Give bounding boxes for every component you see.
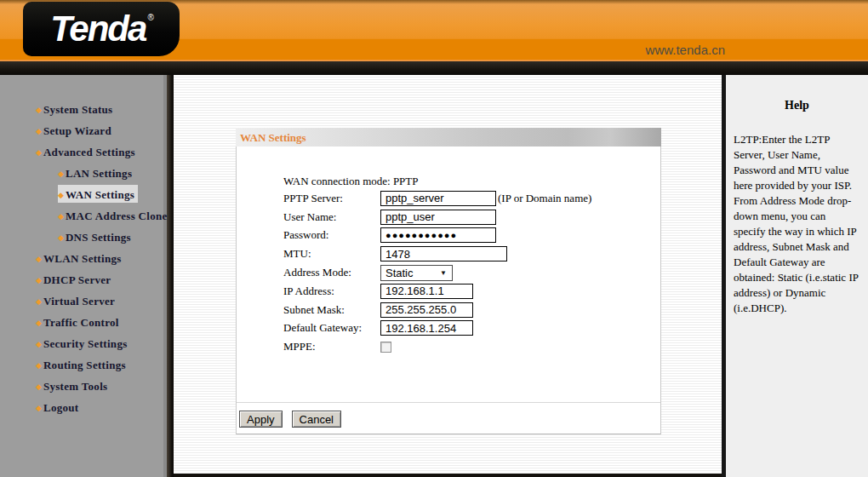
password-label: Password:: [283, 228, 380, 242]
sidebar-item-label: Routing Settings: [43, 359, 126, 371]
pptp-server-input[interactable]: [380, 191, 496, 206]
mtu-label: MTU:: [283, 247, 380, 261]
diamond-bullet-icon: ◆: [36, 404, 42, 412]
sidebar-item-routing-settings[interactable]: ◆Routing Settings: [0, 353, 163, 375]
pptp-server-note: (IP or Domain name): [498, 192, 591, 205]
sidebar-item-label: Advanced Settings: [43, 146, 135, 158]
sidebar-item-logout[interactable]: ◆Logout: [0, 396, 163, 417]
password-input[interactable]: [380, 227, 496, 243]
form-row-password: Password:: [237, 227, 660, 245]
page-body: ◆System Status◆Setup Wizard◆Advanced Set…: [0, 75, 868, 477]
diamond-bullet-icon: ◆: [58, 233, 64, 242]
sidebar-item-virtual-server[interactable]: ◆Virtual Server: [0, 290, 163, 311]
wan-settings-title-bar: WAN Settings: [236, 128, 661, 147]
sidebar-item-wan-settings[interactable]: ◆WAN Settings: [0, 183, 163, 204]
ip-address-label: IP Address:: [283, 284, 380, 298]
sidebar-item-dns-settings[interactable]: ◆DNS Settings: [0, 226, 163, 247]
subnet-mask-input[interactable]: [380, 302, 473, 318]
diamond-bullet-icon: ◆: [36, 319, 42, 327]
tenda-logo: Tenda®: [23, 2, 180, 56]
cancel-button[interactable]: Cancel: [292, 411, 341, 428]
address-mode-label: Address Mode:: [283, 266, 380, 279]
sidebar-item-label: Logout: [43, 401, 79, 414]
header-divider-bar: [0, 61, 868, 75]
wan-connection-mode-row: WAN connection mode: PPTP: [283, 172, 419, 191]
diamond-bullet-icon: ◆: [36, 382, 42, 391]
address-mode-select[interactable]: Static▼: [380, 265, 453, 281]
ip-address-input[interactable]: [380, 284, 473, 299]
sidebar-item-label: LAN Settings: [66, 167, 132, 180]
wan-connection-mode-label: WAN connection mode:: [283, 175, 391, 187]
subnet-mask-label: Subnet Mask:: [283, 303, 380, 317]
help-title: Help: [734, 99, 860, 112]
sidebar-item-label: Setup Wizard: [43, 124, 111, 137]
form-rows: PPTP Server:(IP or Domain name)User Name…: [237, 189, 660, 356]
form-row-default-gateway: Default Gateway:: [237, 319, 660, 338]
form-row-pptp-server: PPTP Server:(IP or Domain name): [237, 189, 660, 208]
button-separator: [237, 402, 660, 403]
diamond-bullet-icon: ◆: [58, 212, 64, 221]
main-bottom-bar: [174, 474, 722, 477]
sidebar-item-label: System Status: [43, 103, 113, 116]
diamond-bullet-icon: ◆: [36, 127, 42, 135]
form-row-mppe: MPPE:: [237, 337, 660, 356]
sidebar-item-setup-wizard[interactable]: ◆Setup Wizard: [0, 119, 163, 141]
help-panel: Help L2TP:Enter the L2TP Server, User Na…: [722, 75, 868, 477]
main-content: WAN Settings WAN connection mode: PPTP P…: [174, 75, 722, 477]
sidebar-item-label: MAC Address Clone: [66, 210, 168, 222]
sidebar-item-label: System Tools: [43, 380, 107, 393]
sidebar-item-label: WLAN Settings: [43, 252, 122, 265]
registered-trademark-icon: ®: [147, 13, 153, 22]
chevron-down-icon: ▼: [440, 269, 447, 277]
tenda-logo-text: Tenda: [50, 11, 146, 47]
sidebar-nav: ◆System Status◆Setup Wizard◆Advanced Set…: [0, 75, 167, 477]
sidebar-divider: [167, 75, 174, 477]
sidebar-item-mac-address-clone[interactable]: ◆MAC Address Clone: [0, 204, 163, 226]
site-url-link[interactable]: www.tenda.cn: [646, 43, 725, 57]
diamond-bullet-icon: ◆: [58, 191, 64, 199]
sidebar-item-label: Traffic Control: [43, 316, 119, 329]
sidebar-item-wlan-settings[interactable]: ◆WLAN Settings: [0, 247, 163, 268]
sidebar-item-system-status[interactable]: ◆System Status: [0, 98, 163, 119]
mppe-checkbox[interactable]: [380, 342, 391, 353]
form-row-address-mode: Address Mode:Static▼: [237, 263, 660, 282]
sidebar-item-security-settings[interactable]: ◆Security Settings: [0, 332, 163, 353]
diamond-bullet-icon: ◆: [36, 297, 42, 306]
diamond-bullet-icon: ◆: [36, 276, 42, 284]
diamond-bullet-icon: ◆: [36, 340, 42, 348]
diamond-bullet-icon: ◆: [36, 361, 42, 370]
sidebar-item-advanced-settings[interactable]: ◆Advanced Settings: [0, 141, 163, 162]
mtu-input[interactable]: [380, 246, 507, 261]
user-name-label: User Name:: [283, 210, 380, 224]
sidebar-item-label: DHCP Server: [43, 273, 111, 286]
sidebar-item-lan-settings[interactable]: ◆LAN Settings: [0, 162, 163, 183]
help-body-text: L2TP:Enter the L2TP Server, User Name, P…: [734, 132, 860, 316]
address-mode-selected-value: Static: [385, 267, 414, 279]
diamond-bullet-icon: ◆: [36, 148, 42, 157]
diamond-bullet-icon: ◆: [36, 106, 42, 114]
sidebar-item-label: WAN Settings: [66, 188, 134, 201]
form-row-user-name: User Name:: [237, 208, 660, 227]
form-row-mtu: MTU:: [237, 244, 660, 263]
sidebar-menu: ◆System Status◆Setup Wizard◆Advanced Set…: [0, 75, 163, 417]
sidebar-item-label: Security Settings: [43, 337, 128, 350]
default-gateway-label: Default Gateway:: [283, 321, 380, 335]
sidebar-item-traffic-control[interactable]: ◆Traffic Control: [0, 311, 163, 332]
wan-settings-form: WAN connection mode: PPTP PPTP Server:(I…: [236, 147, 661, 434]
sidebar-item-label: Virtual Server: [43, 295, 115, 307]
page-title: WAN Settings: [240, 131, 306, 144]
form-row-ip-address: IP Address:: [237, 282, 660, 301]
router-admin-page: Tenda® www.tenda.cn ◆System Status◆Setup…: [0, 0, 868, 477]
pptp-server-label: PPTP Server:: [283, 192, 380, 205]
mppe-label: MPPE:: [283, 340, 380, 353]
diamond-bullet-icon: ◆: [36, 255, 42, 263]
sidebar-item-dhcp-server[interactable]: ◆DHCP Server: [0, 268, 163, 290]
header: Tenda® www.tenda.cn: [0, 0, 868, 61]
default-gateway-input[interactable]: [380, 320, 473, 336]
diamond-bullet-icon: ◆: [58, 170, 64, 178]
user-name-input[interactable]: [380, 210, 496, 225]
apply-button[interactable]: Apply: [239, 411, 283, 428]
form-row-subnet-mask: Subnet Mask:: [237, 301, 660, 319]
sidebar-item-system-tools[interactable]: ◆System Tools: [0, 375, 163, 396]
button-row: Apply Cancel: [239, 411, 347, 428]
